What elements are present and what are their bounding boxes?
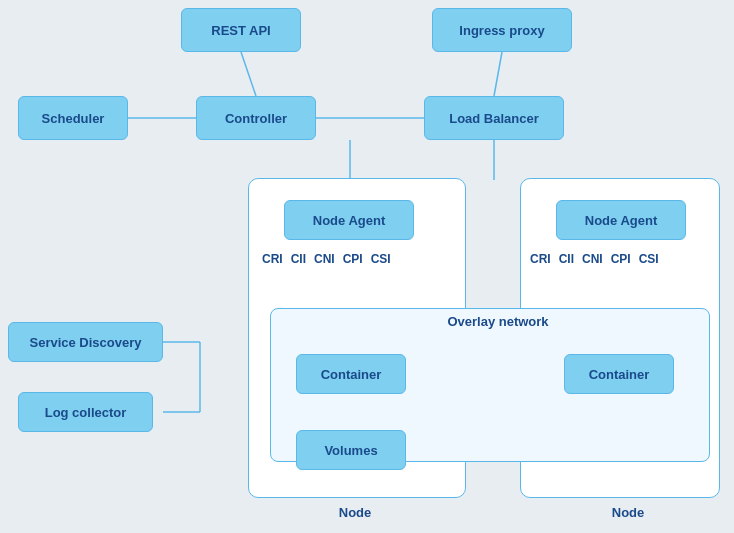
service-discovery-box: Service Discovery	[8, 322, 163, 362]
iface-row-left: CRI CII CNI CPI CSI	[262, 252, 391, 266]
diagram: Overlay network REST API Ingress proxy S…	[0, 0, 734, 533]
overlay-label: Overlay network	[408, 314, 588, 329]
svg-line-0	[241, 52, 256, 96]
controller-box: Controller	[196, 96, 316, 140]
log-collector-box: Log collector	[18, 392, 153, 432]
ingress-proxy-box: Ingress proxy	[432, 8, 572, 52]
volumes-box: Volumes	[296, 430, 406, 470]
scheduler-box: Scheduler	[18, 96, 128, 140]
node-agent-left-box: Node Agent	[284, 200, 414, 240]
iface-row-right: CRI CII CNI CPI CSI	[530, 252, 659, 266]
node-label-right: Node	[588, 505, 668, 520]
svg-line-1	[494, 52, 502, 96]
container-left-box: Container	[296, 354, 406, 394]
load-balancer-box: Load Balancer	[424, 96, 564, 140]
node-agent-right-box: Node Agent	[556, 200, 686, 240]
node-label-left: Node	[315, 505, 395, 520]
container-right-box: Container	[564, 354, 674, 394]
rest-api-box: REST API	[181, 8, 301, 52]
